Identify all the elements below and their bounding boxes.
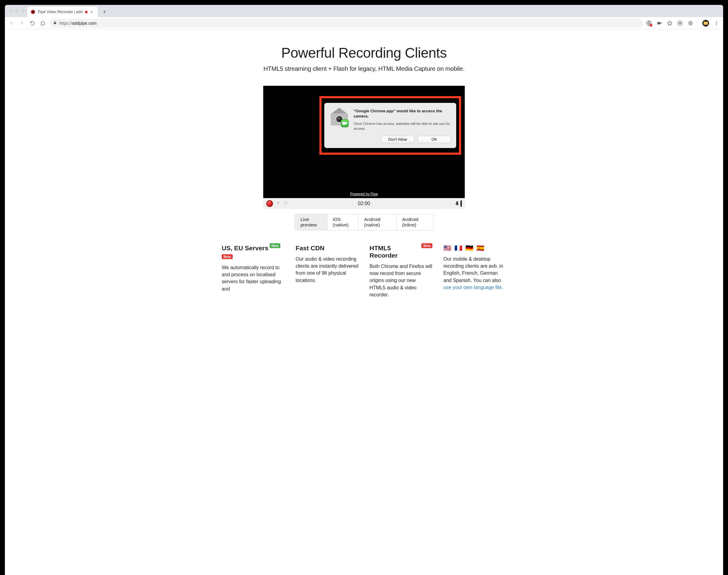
window-controls — [8, 5, 28, 17]
recording-indicator-icon — [85, 11, 88, 13]
powered-by-link[interactable]: Powered by Pipe — [263, 192, 364, 196]
back-button[interactable] — [8, 20, 15, 27]
recorder-controls: 02:00 — [263, 198, 364, 209]
highlight-annotation: “Google Chrome.app” would like to access… — [319, 96, 364, 155]
home-button[interactable] — [39, 20, 46, 27]
feature-body: We automatically record to and process o… — [222, 264, 285, 288]
tab-android-native[interactable]: Android (native) — [358, 214, 364, 230]
tab-ios-native[interactable]: iOS (native) — [327, 214, 358, 230]
permission-title: “Google Chrome.app” would like to access… — [354, 108, 364, 119]
features-section: US, EU Servers New Beta We automatically… — [218, 244, 364, 288]
tab-title: Pipe Video Recorder | add — [38, 10, 83, 14]
browser-tab[interactable]: Pipe Video Recorder | add × — [28, 7, 98, 17]
close-tab-icon[interactable]: × — [90, 10, 93, 14]
feature-body: Our audio & video recording clients are … — [295, 256, 358, 284]
facetime-badge-icon — [341, 119, 349, 127]
feature-cdn: Fast CDN Our audio & video recording cli… — [295, 244, 358, 288]
new-tab-button[interactable]: + — [100, 8, 109, 16]
lock-icon — [53, 21, 57, 26]
play-button[interactable] — [276, 201, 280, 206]
video-recorder: “Google Chrome.app” would like to access… — [263, 86, 364, 209]
page-content: Powerful Recording Clients HTML5 streami… — [5, 29, 364, 288]
save-button[interactable] — [283, 201, 288, 207]
reload-button[interactable] — [29, 20, 36, 27]
feature-title: US, EU Servers — [222, 244, 268, 252]
tab-strip: Pipe Video Recorder | add × + — [5, 5, 364, 17]
camera-permission-dialog: “Google Chrome.app” would like to access… — [324, 103, 364, 148]
beta-badge: Beta — [222, 254, 233, 259]
favicon-icon — [31, 9, 35, 14]
traffic-light-minimize-icon[interactable] — [15, 9, 19, 13]
address-bar[interactable]: https://addpipe.com — [50, 19, 364, 28]
record-button[interactable] — [266, 200, 273, 207]
browser-window: Pipe Video Recorder | add × + https://ad… — [5, 5, 364, 288]
browser-toolbar: https://addpipe.com — [5, 17, 364, 29]
page-title: Powerful Recording Clients — [5, 44, 364, 61]
feature-title: Fast CDN — [295, 244, 325, 252]
new-badge: New — [270, 243, 280, 248]
url-text: https://addpipe.com — [59, 21, 96, 26]
page-subtitle: HTML5 streaming client + Flash for legac… — [5, 65, 364, 72]
feature-servers: US, EU Servers New Beta We automatically… — [222, 244, 285, 288]
traffic-light-zoom-icon[interactable] — [21, 9, 25, 13]
tab-live-preview[interactable]: Live preview — [295, 214, 327, 230]
permission-app-icon — [330, 108, 349, 127]
traffic-light-close-icon[interactable] — [9, 9, 13, 13]
permission-description: Once Chrome has access, websites will be… — [354, 122, 364, 131]
forward-button[interactable] — [18, 20, 26, 27]
preview-tabs: Live preview iOS (native) Android (nativ… — [295, 214, 364, 230]
svg-rect-8 — [342, 122, 345, 125]
video-preview-area: “Google Chrome.app” would like to access… — [263, 86, 364, 198]
